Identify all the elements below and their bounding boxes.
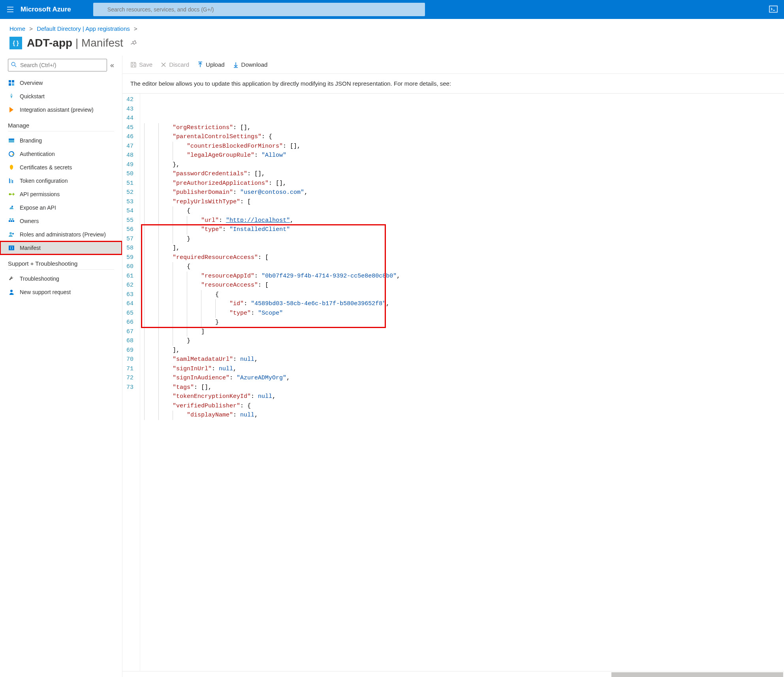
code-editor[interactable]: 4243444546474849505152535455565758596061… (122, 93, 784, 671)
code-line[interactable]: "tags": [], (144, 383, 780, 392)
code-line[interactable]: "passwordCredentials": [], (144, 169, 780, 179)
svg-rect-20 (13, 220, 14, 222)
svg-rect-8 (12, 83, 14, 86)
sidebar-item-troubleshooting[interactable]: Troubleshooting (0, 272, 122, 285)
svg-line-4 (15, 66, 16, 67)
code-line[interactable]: "displayName": null, (144, 411, 780, 420)
svg-point-17 (11, 206, 13, 207)
code-line[interactable]: "preAuthorizedApplications": [], (144, 179, 780, 188)
code-line[interactable]: }, (144, 160, 780, 170)
token-icon (8, 177, 15, 184)
svg-point-9 (11, 95, 12, 96)
code-line[interactable]: "signInAudience": "AzureADMyOrg", (144, 373, 780, 383)
code-line[interactable]: "replyUrlsWithType": [ (144, 197, 780, 207)
cloud-shell-icon[interactable] (769, 6, 778, 14)
download-icon (233, 62, 239, 68)
scrollbar-thumb[interactable] (611, 672, 784, 677)
global-search-input[interactable] (93, 3, 425, 16)
horizontal-scrollbar[interactable] (122, 671, 784, 677)
sidebar-item-integration-assistant-preview-[interactable]: Integration assistant (preview) (0, 103, 122, 116)
code-line[interactable]: "signInUrl": null, (144, 364, 780, 374)
sidebar-item-api-permissions[interactable]: API permissions (0, 188, 122, 201)
code-line[interactable]: } (144, 336, 780, 346)
sidebar-item-certificates-secrets[interactable]: Certificates & secrets (0, 161, 122, 174)
code-line[interactable]: "type": "InstalledClient" (144, 225, 780, 234)
sidebar-item-label: Quickstart (20, 93, 45, 99)
roles-icon (8, 231, 15, 238)
sidebar-item-label: API permissions (20, 191, 60, 197)
code-line[interactable]: "requiredResourceAccess": [ (144, 253, 780, 263)
svg-rect-19 (11, 220, 12, 222)
breadcrumb: Home > Default Directory | App registrat… (0, 19, 784, 35)
sidebar-search-input[interactable] (8, 59, 107, 71)
line-gutter: 4243444546474849505152535455565758596061… (122, 94, 140, 671)
sidebar-item-new-support-request[interactable]: New support request (0, 285, 122, 299)
code-content[interactable]: "orgRestrictions": [], "parentalControlS… (140, 94, 784, 671)
sidebar-item-overview[interactable]: Overview (0, 76, 122, 90)
collapse-sidebar-icon[interactable]: « (110, 61, 114, 69)
code-line[interactable]: "samlMetadataUrl": null, (144, 355, 780, 364)
sidebar-item-expose-an-api[interactable]: Expose an API (0, 201, 122, 214)
page-title-bar: { } ADT-app | Manifest (0, 35, 784, 56)
sidebar-item-branding[interactable]: Branding (0, 134, 122, 147)
code-line[interactable]: "resourceAppId": "0b07f429-9f4b-4714-939… (144, 272, 780, 281)
sidebar-item-authentication[interactable]: Authentication (0, 147, 122, 161)
save-button[interactable]: Save (130, 61, 152, 68)
sidebar-item-owners[interactable]: Owners (0, 214, 122, 228)
discard-button[interactable]: Discard (160, 61, 189, 68)
code-line[interactable]: "id": "4589bd03-58cb-4e6c-b17f-b580e3965… (144, 299, 780, 309)
search-icon (11, 62, 17, 69)
sidebar-item-label: Expose an API (20, 204, 56, 211)
sidebar-item-quickstart[interactable]: Quickstart (0, 90, 122, 103)
svg-text:{}: {} (9, 246, 13, 250)
support-icon (8, 289, 15, 296)
svg-point-23 (9, 232, 12, 234)
code-line[interactable]: "type": "Scope" (144, 309, 780, 318)
sidebar-item-manifest[interactable]: {}Manifest (0, 241, 122, 255)
svg-rect-6 (12, 80, 14, 83)
code-line[interactable]: ] (144, 327, 780, 337)
sidebar-item-label: New support request (20, 289, 71, 295)
code-line[interactable]: "tokenEncryptionKeyId": null, (144, 392, 780, 401)
code-line[interactable]: ], (144, 346, 780, 355)
code-line[interactable]: "resourceAccess": [ (144, 281, 780, 290)
pin-icon[interactable] (130, 39, 137, 47)
sidebar-item-label: Troubleshooting (20, 276, 59, 282)
sidebar-item-roles-and-administrators-preview-[interactable]: Roles and administrators (Preview) (0, 228, 122, 241)
sidebar-item-label: Overview (20, 80, 43, 86)
code-line[interactable]: } (144, 318, 780, 327)
trouble-icon (8, 275, 15, 282)
code-line[interactable]: "legalAgeGroupRule": "Allow" (144, 151, 780, 160)
code-line[interactable]: "publisherDomain": "user@contoso.com", (144, 188, 780, 197)
download-button[interactable]: Download (233, 61, 268, 68)
sidebar-section-manage: Manage (8, 116, 114, 131)
intro-text: The editor below allows you to update th… (122, 74, 784, 93)
hamburger-menu-icon[interactable] (6, 6, 14, 13)
code-line[interactable]: } (144, 234, 780, 244)
code-line[interactable]: "countriesBlockedForMinors": [], (144, 142, 780, 151)
page-title: ADT-app | Manifest (27, 37, 123, 49)
code-line[interactable]: { (144, 290, 780, 300)
sidebar: « OverviewQuickstartIntegration assistan… (0, 56, 122, 677)
sidebar-item-token-configuration[interactable]: Token configuration (0, 174, 122, 188)
breadcrumb-link[interactable]: Default Directory | App registrations (37, 25, 130, 32)
code-line[interactable]: { (144, 206, 780, 216)
breadcrumb-link[interactable]: Home (9, 25, 25, 32)
discard-icon (160, 62, 167, 68)
branding-icon (8, 137, 15, 144)
brand-label[interactable]: Microsoft Azure (21, 6, 71, 13)
expose-icon (8, 204, 15, 211)
sidebar-item-label: Branding (20, 137, 42, 144)
code-line[interactable]: "verifiedPublisher": { (144, 401, 780, 411)
code-line[interactable]: "orgRestrictions": [], (144, 123, 780, 133)
upload-button[interactable]: Upload (197, 61, 225, 68)
api-icon (8, 191, 15, 198)
integration-icon (8, 106, 15, 113)
code-line[interactable]: ], (144, 244, 780, 253)
sidebar-section-support: Support + Troubleshooting (8, 255, 114, 270)
code-line[interactable]: "parentalControlSettings": { (144, 132, 780, 142)
code-line[interactable]: { (144, 262, 780, 272)
quickstart-icon (8, 93, 15, 100)
code-line[interactable]: "url": "http://localhost", (144, 216, 780, 225)
svg-rect-5 (9, 80, 11, 83)
